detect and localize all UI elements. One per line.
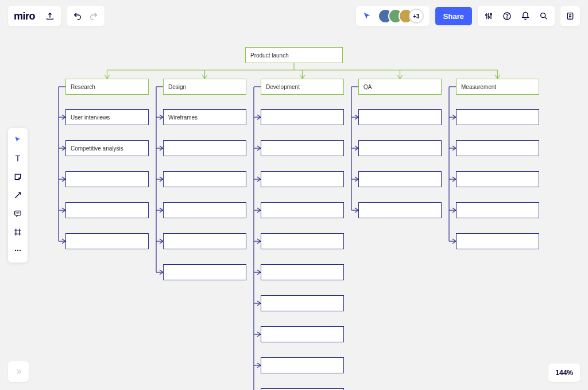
- notes-icon: [565, 11, 575, 21]
- zoom-indicator[interactable]: 144%: [548, 364, 580, 382]
- svg-point-2: [490, 13, 492, 15]
- diagram-item[interactable]: [163, 140, 246, 156]
- logo: miro: [14, 10, 35, 22]
- expand-panel-button[interactable]: [8, 361, 29, 382]
- diagram-item[interactable]: [261, 357, 344, 373]
- svg-point-0: [486, 14, 488, 16]
- diagram-item[interactable]: [456, 233, 539, 249]
- text-tool-icon[interactable]: [13, 153, 23, 164]
- diagram-item[interactable]: [163, 233, 246, 249]
- diagram-item[interactable]: [261, 264, 344, 280]
- diagram-item[interactable]: Wireframes: [163, 109, 246, 125]
- svg-point-10: [20, 249, 21, 250]
- diagram-category[interactable]: Design: [163, 79, 246, 95]
- svg-point-5: [541, 13, 546, 18]
- avatar-more[interactable]: +3: [409, 9, 424, 24]
- bell-icon[interactable]: [520, 11, 531, 21]
- svg-point-9: [17, 249, 18, 250]
- diagram-item[interactable]: Competitive analysis: [65, 140, 149, 156]
- diagram-item[interactable]: [261, 140, 344, 156]
- svg-point-4: [506, 18, 507, 18]
- board-menu[interactable]: miro: [8, 6, 61, 26]
- diagram-item[interactable]: [163, 202, 246, 218]
- presence-group: +3: [356, 6, 430, 26]
- svg-point-8: [15, 249, 16, 250]
- frame-tool-icon[interactable]: [13, 227, 23, 237]
- diagram-item[interactable]: [261, 233, 344, 249]
- avatar-stack[interactable]: +3: [378, 9, 424, 24]
- diagram-item[interactable]: [65, 171, 149, 187]
- settings-icon[interactable]: [483, 11, 494, 21]
- diagram-category[interactable]: Development: [261, 79, 344, 95]
- notes-button[interactable]: [560, 6, 580, 26]
- diagram-category[interactable]: Research: [65, 79, 149, 95]
- diagram-item[interactable]: [261, 109, 344, 125]
- diagram-category[interactable]: QA: [358, 79, 442, 95]
- diagram-item[interactable]: User interviews: [65, 109, 149, 125]
- diagram-root[interactable]: Product launch: [245, 47, 343, 63]
- diagram-item[interactable]: [163, 171, 246, 187]
- tool-toolbar: [8, 128, 28, 262]
- diagram-item[interactable]: [358, 109, 442, 125]
- diagram-item[interactable]: [261, 295, 344, 311]
- diagram-item[interactable]: [358, 140, 442, 156]
- diagram-item[interactable]: [456, 171, 539, 187]
- search-icon[interactable]: [539, 11, 549, 21]
- zoom-value: 144%: [555, 369, 573, 377]
- diagram-category[interactable]: Measurement: [456, 79, 539, 95]
- diagram-item[interactable]: [65, 202, 149, 218]
- diagram-item[interactable]: [65, 233, 149, 249]
- cursor-presence-icon[interactable]: [362, 11, 372, 21]
- undo-redo-group: [67, 6, 105, 26]
- line-tool-icon[interactable]: [13, 190, 23, 200]
- redo-icon[interactable]: [88, 11, 99, 21]
- diagram-item[interactable]: [456, 140, 539, 156]
- diagram-item[interactable]: [163, 264, 246, 280]
- svg-point-1: [488, 17, 490, 18]
- diagram-item[interactable]: [358, 202, 442, 218]
- comment-tool-icon[interactable]: [13, 208, 23, 219]
- more-tools-icon[interactable]: [13, 245, 23, 256]
- export-icon[interactable]: [45, 11, 55, 21]
- diagram-item[interactable]: [261, 171, 344, 187]
- diagram-item[interactable]: [358, 171, 442, 187]
- diagram-item[interactable]: [456, 109, 539, 125]
- help-icon[interactable]: [502, 11, 512, 21]
- diagram-canvas[interactable]: Product launchResearchUser interviewsCom…: [0, 0, 588, 390]
- diagram-item[interactable]: [261, 202, 344, 218]
- diagram-item[interactable]: [261, 326, 344, 342]
- diagram-item[interactable]: [456, 202, 539, 218]
- sticky-tool-icon[interactable]: [13, 172, 23, 182]
- share-button[interactable]: Share: [435, 7, 472, 25]
- undo-icon[interactable]: [72, 11, 83, 21]
- top-actions: [478, 6, 555, 26]
- select-tool-icon[interactable]: [13, 135, 23, 145]
